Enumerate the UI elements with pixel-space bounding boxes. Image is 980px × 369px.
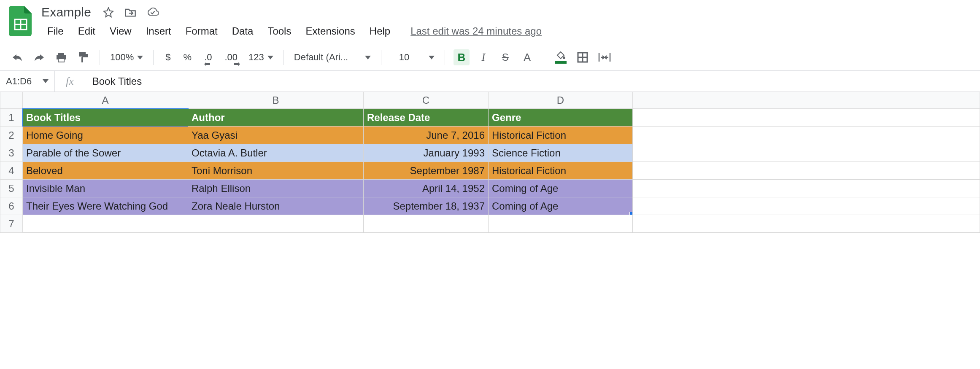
- undo-icon[interactable]: [9, 49, 25, 65]
- cell-A4[interactable]: Beloved: [23, 162, 188, 180]
- chevron-down-icon: [43, 79, 49, 83]
- cell-C2[interactable]: June 7, 2016: [364, 127, 489, 144]
- toolbar-separator: [283, 50, 284, 65]
- last-edit-link[interactable]: Last edit was 24 minutes ago: [410, 25, 542, 37]
- cell-empty[interactable]: [633, 144, 980, 162]
- doc-title[interactable]: Example: [41, 5, 91, 19]
- row-header[interactable]: 1: [0, 109, 23, 127]
- cell-D4[interactable]: Historical Fiction: [489, 162, 633, 180]
- cell-A7[interactable]: [23, 215, 188, 233]
- font-size-dropdown[interactable]: 10: [390, 50, 436, 65]
- name-box-value: A1:D6: [6, 76, 32, 87]
- cell-A5[interactable]: Invisible Man: [23, 180, 188, 197]
- spreadsheet-grid[interactable]: A B C D 1 Book Titles Author Release Dat…: [0, 92, 980, 233]
- cloud-status-icon[interactable]: [145, 5, 159, 19]
- fx-icon: fx: [55, 75, 89, 88]
- fill-color-button[interactable]: [553, 49, 569, 65]
- cell-C6[interactable]: September 18, 1937: [364, 197, 489, 215]
- col-header-empty[interactable]: [633, 92, 980, 109]
- menu-file[interactable]: File: [40, 23, 70, 40]
- zoom-dropdown[interactable]: 100%: [108, 50, 145, 65]
- percent-button[interactable]: %: [180, 50, 195, 65]
- chevron-down-icon: [267, 56, 273, 59]
- title-area: Example File Edit View Insert Format Dat…: [40, 3, 973, 44]
- increase-decimal-label: .00: [224, 52, 238, 62]
- cell-B5[interactable]: Ralph Ellison: [188, 180, 364, 197]
- cell-empty[interactable]: [633, 109, 980, 127]
- row-header[interactable]: 5: [0, 180, 23, 197]
- row-header[interactable]: 7: [0, 215, 23, 233]
- cell-D7[interactable]: [489, 215, 633, 233]
- font-family-label: Default (Ari...: [294, 52, 348, 63]
- print-icon[interactable]: [53, 49, 69, 65]
- number-format-dropdown[interactable]: 123: [247, 50, 275, 65]
- cell-empty[interactable]: [633, 180, 980, 197]
- formula-input[interactable]: Book Titles: [89, 71, 980, 92]
- italic-button[interactable]: I: [475, 49, 491, 65]
- cell-B1[interactable]: Author: [188, 109, 364, 127]
- menu-data[interactable]: Data: [225, 23, 260, 40]
- cell-B4[interactable]: Toni Morrison: [188, 162, 364, 180]
- chevron-down-icon: [137, 56, 143, 59]
- col-header-A[interactable]: A: [23, 92, 188, 109]
- cell-C4[interactable]: September 1987: [364, 162, 489, 180]
- col-header-C[interactable]: C: [364, 92, 489, 109]
- app-header: Example File Edit View Insert Format Dat…: [0, 0, 980, 44]
- strikethrough-button[interactable]: S: [497, 49, 513, 65]
- menu-tools[interactable]: Tools: [261, 23, 298, 40]
- row-header[interactable]: 2: [0, 127, 23, 144]
- currency-button[interactable]: $: [162, 50, 174, 65]
- cell-B3[interactable]: Octavia A. Butler: [188, 144, 364, 162]
- redo-icon[interactable]: [31, 49, 47, 65]
- select-all-corner[interactable]: [0, 92, 23, 109]
- menu-bar: File Edit View Insert Format Data Tools …: [40, 22, 973, 44]
- decrease-decimal-label: .0: [204, 52, 212, 62]
- cell-D5[interactable]: Coming of Age: [489, 180, 633, 197]
- cell-C3[interactable]: January 1993: [364, 144, 489, 162]
- menu-edit[interactable]: Edit: [71, 23, 102, 40]
- paint-format-icon[interactable]: [75, 49, 91, 65]
- cell-B6[interactable]: Zora Neale Hurston: [188, 197, 364, 215]
- menu-view[interactable]: View: [103, 23, 138, 40]
- menu-insert[interactable]: Insert: [139, 23, 178, 40]
- menu-help[interactable]: Help: [363, 23, 397, 40]
- cell-A1[interactable]: Book Titles: [23, 109, 188, 127]
- cell-C5[interactable]: April 14, 1952: [364, 180, 489, 197]
- move-folder-icon[interactable]: [123, 5, 138, 19]
- star-icon[interactable]: [101, 5, 116, 19]
- text-color-button[interactable]: A: [519, 49, 535, 65]
- sheets-logo-icon[interactable]: [8, 5, 32, 37]
- chevron-down-icon: [429, 56, 435, 59]
- row-header[interactable]: 6: [0, 197, 23, 215]
- borders-button[interactable]: [575, 49, 591, 65]
- cell-B7[interactable]: [188, 215, 364, 233]
- increase-decimal-button[interactable]: .00: [221, 50, 241, 65]
- col-header-D[interactable]: D: [489, 92, 633, 109]
- row-header[interactable]: 3: [0, 144, 23, 162]
- cell-empty[interactable]: [633, 127, 980, 144]
- cell-empty[interactable]: [633, 162, 980, 180]
- decrease-decimal-button[interactable]: .0: [201, 50, 215, 65]
- toolbar-separator: [153, 50, 154, 65]
- menu-extensions[interactable]: Extensions: [299, 23, 362, 40]
- cell-A2[interactable]: Home Going: [23, 127, 188, 144]
- cell-C7[interactable]: [364, 215, 489, 233]
- cell-D6[interactable]: Coming of Age: [489, 197, 633, 215]
- cell-D3[interactable]: Science Fiction: [489, 144, 633, 162]
- cell-A6[interactable]: Their Eyes Were Watching God: [23, 197, 188, 215]
- cell-C1[interactable]: Release Date: [364, 109, 489, 127]
- cell-D2[interactable]: Historical Fiction: [489, 127, 633, 144]
- svg-point-7: [563, 57, 565, 59]
- cell-D1[interactable]: Genre: [489, 109, 633, 127]
- row-header[interactable]: 4: [0, 162, 23, 180]
- name-box[interactable]: A1:D6: [0, 71, 55, 92]
- merge-cells-button[interactable]: [597, 49, 613, 65]
- font-family-dropdown[interactable]: Default (Ari...: [292, 50, 373, 65]
- menu-format[interactable]: Format: [179, 23, 224, 40]
- cell-A3[interactable]: Parable of the Sower: [23, 144, 188, 162]
- cell-empty[interactable]: [633, 197, 980, 215]
- bold-button[interactable]: B: [454, 49, 470, 65]
- cell-B2[interactable]: Yaa Gyasi: [188, 127, 364, 144]
- cell-empty[interactable]: [633, 215, 980, 233]
- col-header-B[interactable]: B: [188, 92, 364, 109]
